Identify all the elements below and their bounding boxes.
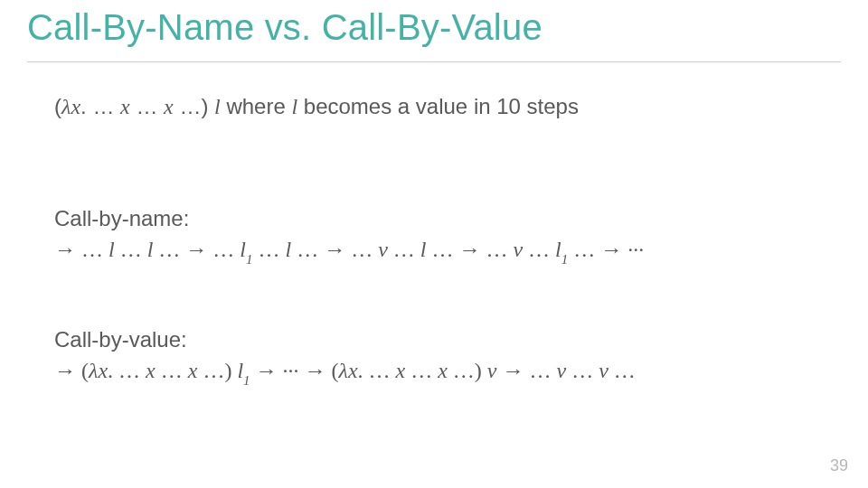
- dot: .: [80, 94, 92, 118]
- cbv-expression: → (λx. … x … x …) l1 → ··· → (λx. … x … …: [54, 356, 814, 388]
- where-text: where: [221, 94, 292, 118]
- var-x-2: x: [164, 95, 174, 118]
- dots-2: …: [130, 94, 164, 118]
- dots-1: …: [92, 94, 120, 118]
- intro-rest: becomes a value in 10 steps: [297, 94, 579, 118]
- cbn-expression: → … l … l … → … l1 … l … → … v … l … → ……: [54, 235, 814, 267]
- slide: Call-By-Name vs. Call-By-Value (λx. … x …: [0, 0, 868, 488]
- intro-line: (λx. … x … x …) l where l becomes a valu…: [54, 92, 814, 121]
- var-x-1: x: [120, 95, 130, 118]
- paren-close: ): [201, 94, 214, 118]
- cbn-seq: → … l … l … → … l1 … l … → … v … l … → ……: [54, 238, 644, 261]
- lambda-x: λx: [61, 95, 80, 118]
- dots-3: …: [174, 94, 202, 118]
- arg-l: l: [214, 95, 221, 118]
- paren-open: (: [54, 94, 61, 118]
- title-divider: [27, 61, 841, 62]
- cbv-seq: → (λx. … x … x …) l1 → ··· → (λx. … x … …: [54, 359, 636, 382]
- slide-title: Call-By-Name vs. Call-By-Value: [27, 7, 542, 48]
- cbv-label: Call-by-value:: [54, 325, 814, 353]
- cbn-label: Call-by-name:: [54, 204, 814, 232]
- page-number: 39: [830, 456, 848, 475]
